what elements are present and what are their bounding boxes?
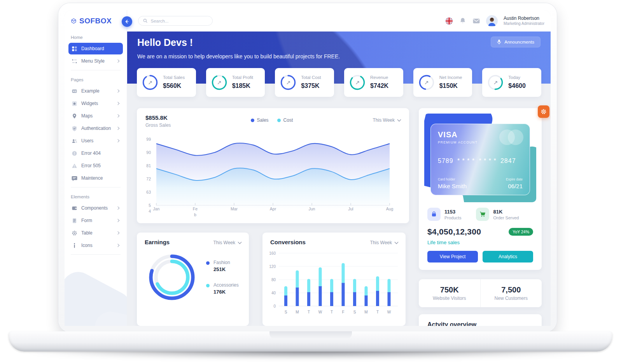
card-number-group: * * * *: [479, 158, 496, 164]
nav-section-pages: Pages: [65, 74, 127, 84]
uk-flag-icon[interactable]: [445, 17, 453, 25]
y-tick-label: 90: [143, 150, 151, 156]
svg-text:M: M: [296, 310, 299, 314]
svg-text:T: T: [331, 310, 333, 314]
sidebar-item-form[interactable]: Form: [68, 215, 123, 226]
menu-style-icon: [72, 58, 77, 64]
period-dropdown[interactable]: This Week: [373, 114, 401, 123]
chevron-right-icon: [116, 206, 119, 210]
customers-value: 7,500: [501, 285, 521, 294]
trend-up-icon: ↗: [418, 74, 435, 91]
visitors-value: 750K: [440, 285, 459, 294]
orders-stat: 81K Order Served: [476, 208, 519, 221]
sidebar-item-users[interactable]: Users: [68, 135, 123, 147]
svg-text:80: 80: [271, 278, 276, 282]
svg-text:W: W: [318, 310, 322, 314]
nav-section-home: Home: [65, 31, 127, 42]
sidebar-item-label: Maintence: [81, 175, 120, 181]
sidebar-item-menu-style[interactable]: Menu Style: [68, 55, 123, 67]
trend-up-icon: ↗: [280, 74, 297, 91]
progress-ring: ↗: [211, 74, 228, 91]
laptop-base: [9, 331, 612, 352]
sidebar-item-table[interactable]: Table: [68, 227, 123, 239]
sidebar-item-label: Dashboard: [81, 46, 120, 51]
gross-sales-label: Gross Sales: [145, 122, 171, 128]
analytics-button[interactable]: Analytics: [483, 251, 533, 262]
period-dropdown[interactable]: This Week: [213, 239, 241, 245]
y-tick-label: 81: [143, 163, 151, 169]
announcements-label: Announcments: [504, 40, 534, 44]
legend-fashion: Fashion 251K: [206, 260, 239, 272]
lifetime-total-row: $4,050,12,300 YoY 24%: [419, 221, 542, 236]
chart-legend: Sales Cost: [171, 114, 373, 123]
gross-sales-value: $855.8K: [145, 114, 171, 121]
sofbox-logo-icon: [71, 16, 77, 26]
svg-text:S: S: [353, 310, 356, 314]
chevron-down-icon: [397, 118, 401, 122]
period-label: This Week: [370, 240, 392, 245]
top-header: Austin Robertson Marketing Administrator: [127, 10, 551, 32]
gross-sales-chart: [152, 135, 394, 213]
period-label: This Week: [213, 240, 235, 245]
period-dropdown[interactable]: This Week: [370, 239, 398, 245]
brand-name: SOFBOX: [79, 17, 112, 25]
legend-cost: Cost: [277, 117, 293, 123]
sidebar-item-icons[interactable]: Icons: [68, 240, 123, 251]
stat-label: Total Cost: [301, 74, 321, 81]
sidebar-item-label: Widgets: [81, 101, 113, 106]
credit-card: VISA PREMIUM ACCOUNT 5789 * * * * * * * …: [430, 124, 530, 195]
stat-label: Total Profit: [232, 74, 253, 81]
chevron-down-icon: [238, 240, 242, 244]
cart-icon: [476, 208, 489, 221]
legend-dot-accessories: [206, 284, 210, 287]
card-chip-circles: [499, 130, 523, 145]
stat-card-revenue: ↗ Revenue $742K: [344, 68, 403, 97]
alert-triangle-icon: [72, 163, 77, 169]
main-content: Hello Devs ! We are on a mission to help…: [127, 32, 551, 326]
back-button[interactable]: [122, 16, 132, 27]
chevron-right-icon: [116, 60, 119, 63]
gross-sales-card: $855.8K Gross Sales Sales Cost: [137, 108, 409, 223]
stat-label: Revenue: [370, 74, 388, 81]
sidebar-item-components[interactable]: Components: [68, 202, 123, 214]
bell-icon[interactable]: [459, 17, 467, 25]
sidebar-item-authentication[interactable]: Authentication: [68, 122, 123, 134]
legend-value: 176K: [213, 289, 239, 295]
x-tick-label: Jan: [150, 206, 163, 212]
sidebar-item-error-404[interactable]: Error 404: [68, 147, 123, 159]
sidebar: SOFBOX Home Dashboard: [65, 10, 127, 326]
avatar-image: [486, 15, 498, 27]
divider: [71, 254, 121, 255]
view-project-button[interactable]: View Project: [427, 251, 478, 262]
user-meta[interactable]: Austin Robertson Marketing Administrator: [504, 16, 544, 26]
sidebar-item-widgets[interactable]: Widgets: [68, 98, 123, 109]
visitors-label: Website Visitors: [433, 296, 466, 301]
sidebar-item-label: Error 404: [81, 150, 120, 156]
stat-card-today: ↗ Today $4600: [482, 68, 541, 97]
account-buttons: View Project Analytics: [419, 245, 542, 262]
user-avatar[interactable]: [486, 15, 498, 27]
sidebar-item-example[interactable]: Example: [68, 85, 123, 97]
sidebar-item-error-505[interactable]: Error 505: [68, 160, 123, 172]
sidebar-item-maintence[interactable]: Maintence: [68, 172, 123, 184]
y-tick-label: 63: [143, 189, 151, 195]
nav-section-elements: Elements: [65, 191, 127, 201]
settings-button[interactable]: [538, 105, 549, 118]
laptop-base-notch: [269, 331, 352, 340]
stats-row: ↗ Total Sales $560K ↗ Total P: [137, 68, 541, 97]
search-input[interactable]: [150, 19, 208, 23]
circle: [508, 130, 523, 145]
sidebar-item-dashboard[interactable]: Dashboard: [68, 43, 123, 54]
brand-logo[interactable]: SOFBOX: [65, 10, 127, 31]
sidebar-item-maps[interactable]: Maps: [68, 110, 123, 122]
x-tick-label: Mar: [227, 206, 241, 212]
progress-ring: ↗: [418, 74, 435, 91]
chevron-right-icon: [116, 244, 119, 247]
holder-name: Mike Smith: [438, 183, 467, 189]
chevron-right-icon: [116, 102, 119, 105]
mail-icon[interactable]: [472, 17, 480, 25]
trend-up-icon: ↗: [349, 74, 366, 91]
stat-label: Total Sales: [163, 74, 185, 81]
credit-card-visual: VISA PREMIUM ACCOUNT 5789 * * * * * * * …: [424, 114, 536, 202]
announcements-button[interactable]: Announcments: [491, 37, 541, 47]
